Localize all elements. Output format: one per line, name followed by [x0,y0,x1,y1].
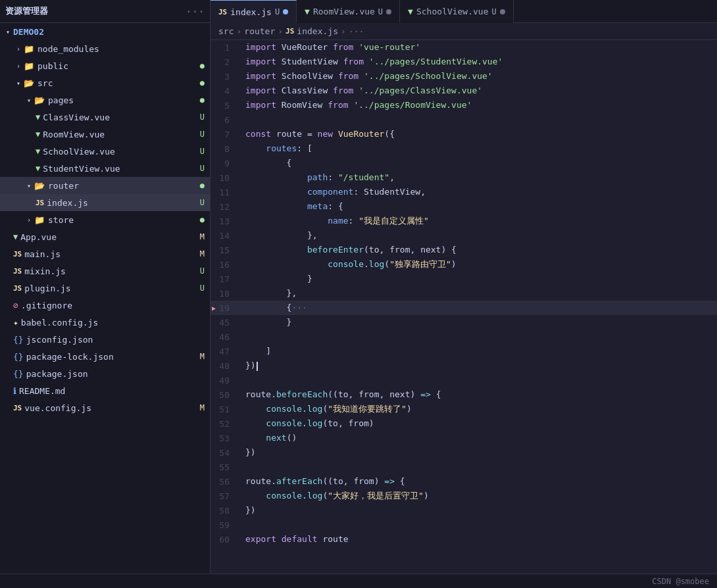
sidebar-item-public[interactable]: › 📁 public ● [0,57,210,74]
sidebar-badge-mainjs: M [200,249,205,258]
code-line-48: 48 }) [210,358,717,373]
sidebar-label-studentview: StudentView.vue [43,164,120,174]
code-line-11: 11 component: StudentView, [210,185,717,199]
code-line-4: 4 import ClassView from '../pages/ClassV… [210,84,717,98]
sidebar-badge-store: ● [200,215,205,224]
code-line-18: 18 }, [210,286,717,301]
tab-roomview-vue[interactable]: ▼ RoomView.vue U [297,0,400,23]
vue-file-icon-schoolview: ▼ [36,147,40,156]
sidebar-header: 资源管理器 ··· [0,0,210,22]
sidebar-root[interactable]: ▾ DEMO02 [0,23,210,40]
folder-icon-public: 📁 [24,61,34,71]
js-file-icon-main: JS [13,250,22,258]
json-file-icon-js: {} [13,335,24,345]
sidebar-label-classview: ClassView.vue [43,112,110,122]
code-line-14: 14 }, [210,228,717,243]
sidebar-item-src[interactable]: ▾ 📂 src ● [0,74,210,91]
git-file-icon: ⊘ [13,301,18,310]
sidebar-item-index-js[interactable]: JS index.js U [0,194,210,211]
js-file-icon-index: JS [36,199,44,207]
tab-schoolview-modifier: U [492,7,497,16]
json-file-icon-pkg: {} [13,369,24,379]
sidebar-item-pages[interactable]: ▾ 📂 pages ● [0,91,210,109]
babel-file-icon: ✦ [13,318,18,328]
sidebar-label-readme: README.md [19,386,65,396]
code-line-60: 60 export default route [210,532,717,547]
sidebar-item-roomview[interactable]: ▼ RoomView.vue U [0,126,210,143]
sidebar-item-router[interactable]: ▾ 📂 router ● [0,177,210,194]
sidebar-item-appvue[interactable]: ▼ App.vue M [0,228,210,245]
sidebar-item-babel[interactable]: ✦ babel.config.js [0,314,210,331]
tab-index-js-dot [283,9,288,14]
code-line-1: 1 import VueRouter from 'vue-router' [210,40,717,55]
sidebar-badge-packagelock: M [200,352,205,361]
sidebar-label-appvue: App.vue [20,232,57,242]
sidebar-label-src: src [37,78,53,88]
code-line-46: 46 [210,330,717,344]
sidebar-item-mixinjs[interactable]: JS mixin.js U [0,262,210,280]
sidebar-badge-mixinjs: U [200,266,205,276]
sidebar-root-label: DEMO02 [13,27,44,37]
vue-file-icon-roomview: ▼ [36,130,40,139]
code-line-6: 6 [210,112,717,127]
code-line-7: 7 const route = new VueRouter({ [210,127,717,141]
sidebar-label-schoolview: SchoolView.vue [43,147,115,157]
code-editor[interactable]: 1 import VueRouter from 'vue-router' 2 i… [210,40,717,574]
tab-schoolview-vue[interactable]: ▼ SchoolView.vue U [400,0,514,23]
sidebar-item-node-modules[interactable]: › 📁 node_modules [0,40,210,57]
sidebar-label-jsconfig: jsconfig.json [26,335,93,345]
sidebar-item-pluginjs[interactable]: JS plugin.js U [0,280,210,297]
tab-roomview-label: RoomView.vue [313,7,375,16]
sidebar-item-studentview[interactable]: ▼ StudentView.vue U [0,160,210,177]
code-line-56: 56 route.afterEach((to, from) => { [210,474,717,489]
js-file-icon-mixin: JS [13,267,22,276]
vue-file-icon-app: ▼ [13,232,18,241]
code-line-15: 15 beforeEnter(to, from, next) { [210,243,717,257]
vue-file-icon-studentview: ▼ [36,164,40,173]
sidebar-item-classview[interactable]: ▼ ClassView.vue U [0,109,210,126]
sidebar-title: 资源管理器 [5,5,185,17]
md-file-icon: ℹ [13,386,16,396]
code-line-2: 2 import StudentView from '../pages/Stud… [210,55,717,69]
sidebar-badge-schoolview: U [200,147,205,156]
folder-icon-store: 📁 [34,215,45,225]
sidebar-label-packagelock: package-lock.json [26,352,114,362]
sidebar-item-packagejson[interactable]: {} package.json [0,365,210,382]
code-line-50: 50 route.beforeEach((to, from, next) => … [210,387,717,402]
sidebar-badge-router: ● [200,181,205,190]
sidebar-item-readme[interactable]: ℹ README.md [0,382,210,399]
tab-roomview-dot [386,9,391,14]
tab-vue-icon-2: ▼ [408,7,413,16]
sidebar-badge-classview: U [200,112,205,122]
tab-roomview-modifier: U [378,7,383,16]
tab-index-js[interactable]: JS index.js U [210,0,297,23]
breadcrumb: src › router › JS index.js › ··· [210,23,717,40]
sidebar-item-packagelock[interactable]: {} package-lock.json M [0,348,210,365]
tabs-bar: JS index.js U ▼ RoomView.vue U ▼ SchoolV… [210,0,717,22]
code-line-52: 52 console.log(to, from) [210,416,717,431]
sidebar-label-gitignore: .gitignore [21,301,72,310]
sidebar-label-mainjs: main.js [24,249,61,259]
sidebar-label-index-js: index.js [47,198,88,208]
code-line-54: 54 }) [210,445,717,460]
sidebar-item-store[interactable]: › 📁 store ● [0,211,210,228]
sidebar-item-schoolview[interactable]: ▼ SchoolView.vue U [0,143,210,160]
sidebar-label-public: public [37,61,68,71]
sidebar: ▾ DEMO02 › 📁 node_modules › 📁 public ● ▾… [0,23,210,574]
sidebar-item-jsconfig[interactable]: {} jsconfig.json [0,331,210,348]
sidebar-menu-dots[interactable]: ··· [185,5,205,18]
status-author: CSDN @smobee [652,577,709,586]
sidebar-item-mainjs[interactable]: JS main.js M [0,245,210,262]
sidebar-badge-public: ● [200,61,205,70]
code-line-57: 57 console.log("大家好，我是后置守卫") [210,489,717,503]
code-line-3: 3 import SchoolView from '../pages/Schoo… [210,69,717,84]
sidebar-item-vueconfig[interactable]: JS vue.config.js M [0,399,210,416]
status-bar: CSDN @smobee [0,574,717,588]
sidebar-badge-roomview: U [200,130,205,139]
sidebar-label-mixinjs: mixin.js [24,266,66,276]
sidebar-badge-pluginjs: U [200,283,205,293]
tab-schoolview-label: SchoolView.vue [416,7,489,16]
sidebar-label-pluginjs: plugin.js [24,283,70,293]
sidebar-item-gitignore[interactable]: ⊘ .gitignore [0,297,210,314]
code-line-13: 13 name: "我是自定义属性" [210,214,717,228]
